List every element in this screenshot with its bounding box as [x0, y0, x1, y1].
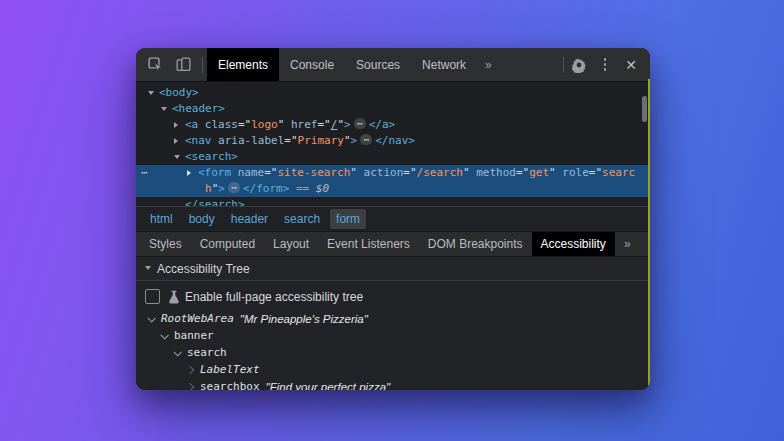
subtab-computed[interactable]: Computed [191, 232, 264, 256]
devtools-window: ElementsConsoleSourcesNetwork» ✕ < [136, 48, 650, 390]
more-subtabs-chevron[interactable]: » [615, 232, 640, 256]
dom-tree-row[interactable]: </search> [136, 197, 650, 206]
ax-accessible-name: "Find your perfect pizza" [266, 381, 391, 391]
code-token-pun: =" [403, 166, 416, 179]
settings-gear-icon[interactable] [568, 54, 590, 76]
code-token-tag: <header> [172, 102, 225, 115]
inspect-element-icon[interactable] [144, 54, 166, 76]
tab-console[interactable]: Console [279, 48, 345, 81]
expand-arrow-open-icon[interactable] [161, 101, 172, 117]
subtab-layout[interactable]: Layout [264, 232, 318, 256]
subtab-accessibility[interactable]: Accessibility [532, 232, 615, 256]
node-menu-dots-icon[interactable]: ⋯ [141, 165, 148, 181]
code-token-val: Primary [298, 134, 344, 147]
chevron-down-icon[interactable] [160, 331, 168, 339]
accessibility-pane: Enable full-page accessibility tree Root… [136, 281, 650, 390]
code-token-pun: =" [589, 166, 602, 179]
breadcrumb-item-form[interactable]: form [330, 209, 366, 229]
enable-fullpage-checkbox[interactable] [145, 289, 160, 304]
ax-role-label: LabelText [200, 363, 260, 376]
breadcrumb-item-search[interactable]: search [278, 209, 326, 229]
ax-role-label: search [187, 346, 227, 359]
scrollbar-thumb[interactable] [642, 96, 647, 122]
code-token-val: logo [251, 118, 278, 131]
code-token-pun: " [549, 166, 556, 179]
code-token-tag: > [218, 182, 225, 195]
expand-arrow-closed-icon[interactable] [187, 165, 198, 181]
ax-tree-row-searchbox[interactable]: searchbox"Find your perfect pizza" [136, 378, 650, 390]
code-token-pun: =" [284, 134, 297, 147]
subtab-event-listeners[interactable]: Event Listeners [318, 232, 419, 256]
code-token-tag: <nav [185, 134, 212, 147]
code-token-attr: class [198, 118, 238, 131]
inline-expand-ellipsis-button[interactable]: ⋯ [360, 134, 372, 145]
window-edge-highlight [648, 79, 650, 390]
code-token-attr: name [231, 166, 264, 179]
tab-network[interactable]: Network [411, 48, 477, 81]
code-token-tag: </nav> [375, 134, 415, 147]
code-token-pun: =" [264, 166, 277, 179]
tab-sources[interactable]: Sources [345, 48, 411, 81]
code-token-attr: role [556, 166, 589, 179]
breadcrumb-item-html[interactable]: html [144, 209, 179, 229]
close-icon[interactable]: ✕ [620, 54, 642, 76]
desktop-background: ElementsConsoleSourcesNetwork» ✕ < [0, 0, 784, 441]
dom-tree-row[interactable]: <search> [136, 149, 650, 165]
breadcrumb-item-body[interactable]: body [183, 209, 221, 229]
main-tabs: ElementsConsoleSourcesNetwork» [207, 48, 559, 81]
sidebar-tabs: StylesComputedLayoutEvent ListenersDOM B… [136, 231, 650, 257]
ax-tree-row-search[interactable]: search [136, 344, 650, 361]
code-token-pun: " [337, 118, 344, 131]
code-token-val: h [205, 182, 212, 195]
subtab-dom-breakpoints[interactable]: DOM Breakpoints [419, 232, 532, 256]
chevron-right-icon[interactable] [186, 382, 194, 390]
chevron-down-icon[interactable] [173, 348, 181, 356]
tab-elements[interactable]: Elements [207, 48, 279, 81]
expand-arrow-closed-icon[interactable] [174, 117, 185, 133]
code-token-tag: </a> [369, 118, 396, 131]
ax-role-label: RootWebArea [161, 312, 234, 325]
code-token-val: get [529, 166, 549, 179]
code-token-attr: method [470, 166, 516, 179]
code-token-val: /search [417, 166, 463, 179]
code-token-tag: <a [185, 118, 198, 131]
ax-role-label: banner [174, 329, 214, 342]
breadcrumb-item-header[interactable]: header [225, 209, 274, 229]
chevron-right-icon[interactable] [186, 365, 194, 373]
more-options-kebab-icon[interactable] [594, 54, 616, 76]
expand-arrow-open-icon[interactable] [174, 149, 185, 165]
subtab-styles[interactable]: Styles [140, 232, 191, 256]
inline-expand-ellipsis-button[interactable]: ⋯ [228, 182, 240, 193]
ax-tree-row-banner[interactable]: banner [136, 327, 650, 344]
code-token-pun: =" [318, 118, 331, 131]
code-token-pun: =" [516, 166, 529, 179]
ax-accessible-name: "Mr Pineapple's Pizzeria" [240, 313, 368, 325]
code-token-val: searc [602, 166, 635, 179]
inline-expand-ellipsis-button[interactable]: ⋯ [354, 118, 366, 129]
ax-role-label: searchbox [200, 380, 260, 390]
ax-tree-row-labeltext[interactable]: LabelText [136, 361, 650, 378]
code-token-tag: </form> [243, 182, 289, 195]
dom-tree-row[interactable]: <nav aria-label="Primary">⋯</nav> [136, 133, 650, 149]
ax-tree-row-rootwebarea[interactable]: RootWebArea"Mr Pineapple's Pizzeria" [136, 310, 650, 327]
code-token-tag: > [344, 118, 351, 131]
expand-arrow-closed-icon[interactable] [174, 133, 185, 149]
more-tabs-chevron[interactable]: » [477, 48, 500, 81]
section-collapse-icon [145, 266, 151, 270]
code-token-tag: <form [198, 166, 231, 179]
code-token-pun: " [463, 166, 470, 179]
accessibility-tree-section-header[interactable]: Accessibility Tree [136, 257, 650, 281]
code-token-pun: " [350, 166, 357, 179]
dom-tree-row[interactable]: <a class="logo" href="/">⋯</a> [136, 117, 650, 133]
code-token-dollar: $0 [316, 182, 329, 195]
devtools-main-toolbar: ElementsConsoleSourcesNetwork» ✕ [136, 48, 650, 82]
dom-tree-row[interactable]: <header> [136, 101, 650, 117]
code-token-attr: aria-label [212, 134, 285, 147]
code-token-pun: =" [238, 118, 251, 131]
code-token-tag: <search> [185, 150, 238, 163]
device-toolbar-icon[interactable] [172, 54, 194, 76]
chevron-down-icon[interactable] [147, 314, 155, 322]
expand-arrow-open-icon[interactable] [148, 85, 159, 101]
dom-tree-row[interactable]: <body> [136, 85, 650, 101]
dom-tree-row[interactable]: ⋯<form name="site-search" action="/searc… [136, 165, 650, 197]
